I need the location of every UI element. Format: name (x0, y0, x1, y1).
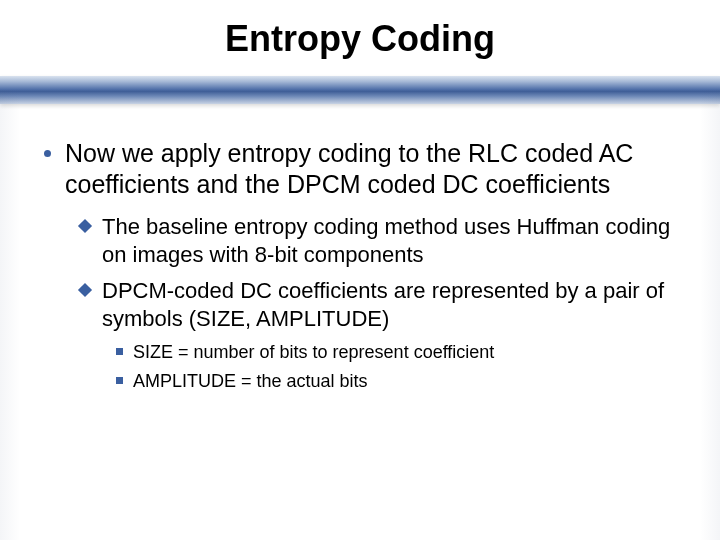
bullet-diamond-icon (78, 218, 92, 232)
subsub-bullet-group: SIZE = number of bits to represent coeff… (76, 341, 676, 393)
bullet-square-icon (116, 377, 123, 384)
right-fade (700, 90, 720, 540)
bullet-level3: AMPLITUDE = the actual bits (112, 370, 676, 393)
bullet-text: The baseline entropy coding method uses … (102, 213, 676, 269)
bullet-text: AMPLITUDE = the actual bits (133, 370, 368, 393)
sub-bullet-group: The baseline entropy coding method uses … (44, 213, 676, 393)
bullet-diamond-icon (78, 283, 92, 297)
left-fade (0, 90, 20, 540)
bullet-level3: SIZE = number of bits to represent coeff… (112, 341, 676, 364)
bullet-square-icon (116, 348, 123, 355)
header-band (0, 76, 720, 104)
bullet-text: DPCM-coded DC coefficients are represent… (102, 277, 676, 333)
slide-title: Entropy Coding (0, 0, 720, 70)
bullet-dot-icon (44, 150, 51, 157)
bullet-text: Now we apply entropy coding to the RLC c… (65, 138, 676, 201)
bullet-text: SIZE = number of bits to represent coeff… (133, 341, 494, 364)
bullet-level2: The baseline entropy coding method uses … (76, 213, 676, 269)
content-area: Now we apply entropy coding to the RLC c… (0, 104, 720, 393)
bullet-level2: DPCM-coded DC coefficients are represent… (76, 277, 676, 333)
bullet-level1: Now we apply entropy coding to the RLC c… (44, 138, 676, 201)
slide: Entropy Coding Now we apply entropy codi… (0, 0, 720, 540)
